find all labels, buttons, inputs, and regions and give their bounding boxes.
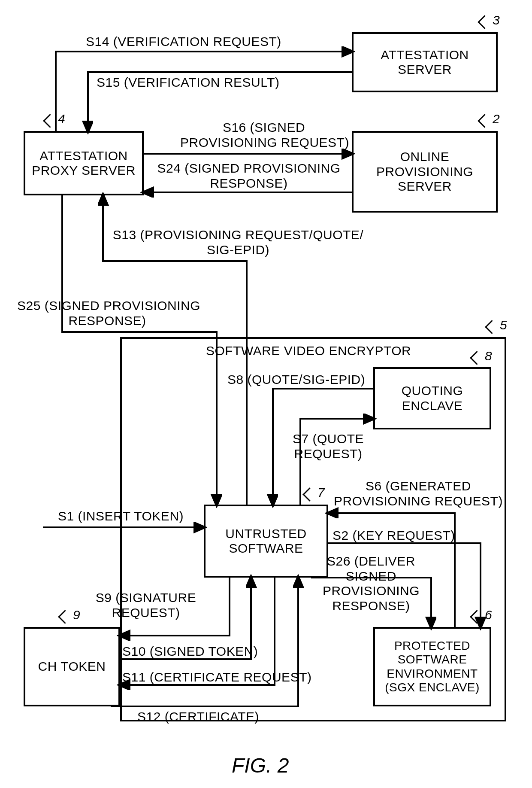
s16-label: S16 (SIGNED PROVISIONING REQUEST) (180, 120, 348, 150)
s10-label: S10 (SIGNED TOKEN) (122, 644, 258, 659)
s11-label: S11 (CERTIFICATE REQUEST) (122, 670, 311, 685)
s12-label: S12 (CERTIFICATE) (137, 709, 259, 724)
online-provisioning-server-ref: 2 (493, 112, 500, 126)
attestation-server-box: ATTESTATION SERVER (352, 32, 498, 92)
software-video-encryptor-ref: 5 (500, 318, 507, 332)
protected-software-environment-label: PROTECTED SOFTWARE ENVIRONMENT (SGX ENCL… (378, 639, 487, 694)
attestation-server-label: ATTESTATION SERVER (356, 48, 493, 77)
untrusted-software-label: UNTRUSTED SOFTWARE (208, 526, 324, 556)
ref-tick (478, 114, 492, 128)
ref-tick (43, 114, 57, 128)
s24-label: S24 (SIGNED PROVISIONING RESPONSE) (148, 161, 350, 191)
s26-label: S26 (DELIVER SIGNED PROVISIONING RESPONS… (313, 554, 429, 613)
s7-label: S7 (QUOTE REQUEST) (283, 432, 373, 461)
s1-label: S1 (INSERT TOKEN) (58, 509, 184, 524)
s13-label: S13 (PROVISIONING REQUEST/QUOTE/ SIG-EPI… (107, 228, 369, 257)
quoting-enclave-box: QUOTING ENCLAVE (373, 367, 491, 429)
ref-tick (485, 320, 499, 334)
ch-token-ref: 9 (73, 608, 80, 622)
protected-software-environment-ref: 6 (485, 608, 492, 622)
s6-label: S6 (GENERATED PROVISIONING REQUEST) (332, 479, 504, 508)
protected-software-environment-box: PROTECTED SOFTWARE ENVIRONMENT (SGX ENCL… (373, 627, 491, 706)
online-provisioning-server-label: ONLINE PROVISIONING SERVER (356, 149, 493, 194)
s14-label: S14 (VERIFICATION REQUEST) (86, 34, 281, 49)
quoting-enclave-ref: 8 (485, 349, 492, 363)
untrusted-software-box: UNTRUSTED SOFTWARE (204, 505, 328, 578)
s9-label: S9 (SIGNATURE REQUEST) (86, 590, 206, 620)
s15-label: S15 (VERIFICATION RESULT) (97, 75, 279, 90)
untrusted-software-ref: 7 (317, 485, 325, 500)
s2-label: S2 (KEY REQUEST) (332, 528, 455, 543)
diagram-canvas: ATTESTATION SERVER 3 ONLINE PROVISIONING… (0, 0, 532, 788)
ch-token-box: CH TOKEN (24, 627, 120, 706)
attestation-proxy-server-ref: 4 (58, 112, 65, 126)
ch-token-label: CH TOKEN (38, 659, 106, 674)
s8-label: S8 (QUOTE/SIG-EPID) (227, 372, 365, 387)
ref-tick (58, 610, 72, 624)
attestation-server-ref: 3 (493, 13, 500, 27)
s25-label: S25 (SIGNED PROVISIONING RESPONSE) (17, 298, 197, 328)
attestation-proxy-server-box: ATTESTATION PROXY SERVER (24, 131, 144, 195)
online-provisioning-server-box: ONLINE PROVISIONING SERVER (352, 131, 498, 213)
ref-tick (478, 15, 492, 29)
figure-caption: FIG. 2 (232, 754, 289, 777)
attestation-proxy-server-label: ATTESTATION PROXY SERVER (28, 149, 139, 178)
quoting-enclave-label: QUOTING ENCLAVE (378, 383, 487, 413)
software-video-encryptor-title: SOFTWARE VIDEO ENCRYPTOR (206, 344, 411, 359)
